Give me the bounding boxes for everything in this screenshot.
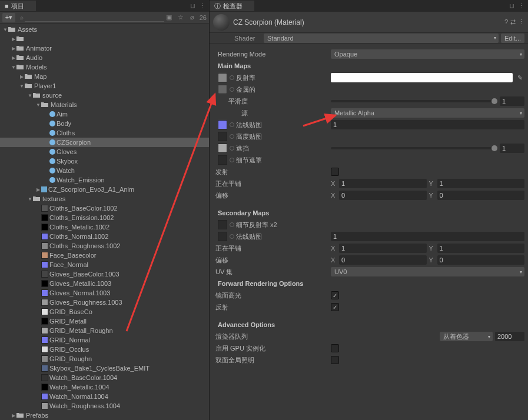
tree-item[interactable]: Aim: [0, 109, 209, 119]
tree-item[interactable]: Watch_BaseColor.1004: [0, 373, 209, 382]
render-queue-input[interactable]: [495, 332, 524, 341]
tree-item[interactable]: Body: [0, 119, 209, 128]
albedo-color[interactable]: [331, 73, 513, 82]
inspector-tab[interactable]: ⓘ 检查器: [210, 1, 254, 11]
tree-item[interactable]: ▶Prefabs: [0, 411, 209, 420]
menu-icon[interactable]: ⋮: [518, 2, 524, 10]
tree-item[interactable]: Watch_Normal.1004: [0, 392, 209, 401]
sec-offset-y[interactable]: [437, 255, 525, 265]
tree-item[interactable]: GRID_Metall: [0, 316, 209, 326]
search-input[interactable]: [25, 14, 164, 22]
menu-icon[interactable]: ⋮: [199, 2, 205, 10]
tree-item[interactable]: Cloths_Normal.1002: [0, 232, 209, 241]
tree-item[interactable]: ▶Audio: [0, 53, 209, 62]
tree-item[interactable]: Cloths_Roughness.1002: [0, 241, 209, 251]
tree-item[interactable]: GRID_BaseCo: [0, 307, 209, 316]
tree-item[interactable]: ▶Animator: [0, 44, 209, 53]
material-preview-icon[interactable]: [213, 14, 230, 31]
gpu-instancing-checkbox[interactable]: [331, 344, 339, 352]
sec-tiling-y[interactable]: [437, 244, 525, 253]
settings-icon[interactable]: ⇄: [510, 18, 516, 26]
unlock-icon[interactable]: ⊔: [509, 2, 514, 10]
foldout-icon[interactable]: ▼: [11, 65, 16, 70]
foldout-icon[interactable]: ▶: [19, 74, 25, 79]
specular-checkbox[interactable]: [331, 291, 339, 299]
detail-normal-slot[interactable]: [218, 232, 227, 241]
tree-item[interactable]: Gloves_Roughness.1003: [0, 298, 209, 307]
occlusion-map-slot[interactable]: [218, 144, 227, 153]
render-queue-dropdown[interactable]: 从着色器: [440, 332, 493, 341]
tiling-x-input[interactable]: [339, 179, 427, 188]
filter-icon[interactable]: ▣: [164, 14, 174, 21]
offset-y-input[interactable]: [437, 191, 525, 200]
tree-item[interactable]: Cloths_Emission.1002: [0, 213, 209, 222]
reflections-checkbox[interactable]: [331, 303, 339, 311]
tree-item[interactable]: ▼Materials: [0, 100, 209, 109]
tree-item[interactable]: Gloves: [0, 147, 209, 156]
tree-item[interactable]: CZScorpion: [0, 138, 209, 147]
occlusion-slider[interactable]: [331, 147, 497, 149]
tree-item[interactable]: Face_Basecolor: [0, 251, 209, 260]
search-field[interactable]: ⌕: [20, 14, 164, 22]
tree-item[interactable]: Watch_Metallic.1004: [0, 382, 209, 392]
height-map-slot[interactable]: [218, 132, 227, 141]
albedo-map-slot[interactable]: [218, 73, 227, 82]
add-button[interactable]: +▾: [2, 13, 15, 22]
project-tree[interactable]: ▼Assets▶▶Animator▶Audio▼Models▶Map▼Playe…: [0, 24, 209, 420]
project-tab[interactable]: ■ 项目: [0, 1, 36, 11]
foldout-icon[interactable]: ▶: [11, 36, 16, 42]
tree-item[interactable]: Watch_Roughness.1004: [0, 401, 209, 411]
tree-item[interactable]: GRID_Occlus: [0, 345, 209, 354]
foldout-icon[interactable]: ▶: [11, 413, 16, 418]
foldout-icon[interactable]: ▶: [35, 187, 41, 192]
unlock-icon[interactable]: ⊔: [190, 2, 195, 10]
tree-item[interactable]: GRID_Metall_Roughn: [0, 326, 209, 335]
metallic-map-slot[interactable]: [218, 85, 227, 94]
foldout-icon[interactable]: ▼: [2, 27, 8, 32]
tree-item[interactable]: Gloves_Metallic.1003: [0, 279, 209, 288]
tree-item[interactable]: Watch: [0, 166, 209, 175]
detail-normal-value[interactable]: [331, 232, 524, 241]
tree-item[interactable]: Face_Normal: [0, 260, 209, 269]
tree-item[interactable]: GRID_Normal: [0, 335, 209, 345]
sec-tiling-x[interactable]: [339, 244, 427, 253]
uv-set-dropdown[interactable]: UV0: [331, 267, 524, 276]
help-icon[interactable]: ?: [504, 18, 508, 26]
rendering-mode-dropdown[interactable]: Opaque: [331, 49, 524, 59]
normal-map-slot[interactable]: [218, 120, 227, 129]
tree-item[interactable]: Cloths_BaseColor.1002: [0, 204, 209, 213]
edit-shader-button[interactable]: Edit...: [501, 34, 524, 43]
tiling-y-input[interactable]: [437, 179, 525, 188]
tree-item[interactable]: Watch_Emission: [0, 175, 209, 185]
tree-item[interactable]: ▶CZ_Scorpion_Evo3_A1_Anim: [0, 185, 209, 194]
foldout-icon[interactable]: ▼: [27, 93, 33, 98]
emission-checkbox[interactable]: [331, 168, 339, 176]
tree-item[interactable]: Cloths: [0, 128, 209, 138]
tree-item[interactable]: ▶Map: [0, 72, 209, 81]
detail-mask-slot[interactable]: [218, 155, 227, 165]
foldout-icon[interactable]: ▼: [35, 102, 41, 108]
detail-albedo-slot[interactable]: [218, 220, 227, 229]
foldout-icon[interactable]: ▼: [27, 196, 33, 202]
hidden-icon[interactable]: ⌀: [188, 14, 197, 21]
foldout-icon[interactable]: ▶: [11, 46, 16, 51]
tree-item[interactable]: Gloves_BaseColor.1003: [0, 269, 209, 279]
tree-item[interactable]: Skybox: [0, 156, 209, 166]
tree-item[interactable]: ▼Models: [0, 62, 209, 72]
tree-item[interactable]: ▼Player1: [0, 81, 209, 91]
offset-x-input[interactable]: [339, 191, 427, 200]
foldout-icon[interactable]: ▶: [11, 55, 16, 61]
tree-item[interactable]: ▼source: [0, 91, 209, 100]
tree-item[interactable]: ▶: [0, 34, 209, 44]
foldout-icon[interactable]: ▼: [19, 84, 25, 89]
tree-item[interactable]: Gloves_Normal.1003: [0, 288, 209, 298]
tree-item[interactable]: GRID_Roughn: [0, 354, 209, 364]
menu-icon[interactable]: ⋮: [518, 18, 524, 26]
eyedropper-icon[interactable]: ✎: [515, 74, 524, 82]
double-sided-checkbox[interactable]: [331, 356, 339, 364]
shader-dropdown[interactable]: Standard: [264, 34, 499, 43]
source-dropdown[interactable]: Metallic Alpha: [331, 108, 524, 118]
sec-offset-x[interactable]: [339, 255, 427, 265]
smoothness-input[interactable]: [500, 96, 524, 106]
tree-item[interactable]: Skybox_Bake1_CyclesBake_EMIT: [0, 364, 209, 373]
